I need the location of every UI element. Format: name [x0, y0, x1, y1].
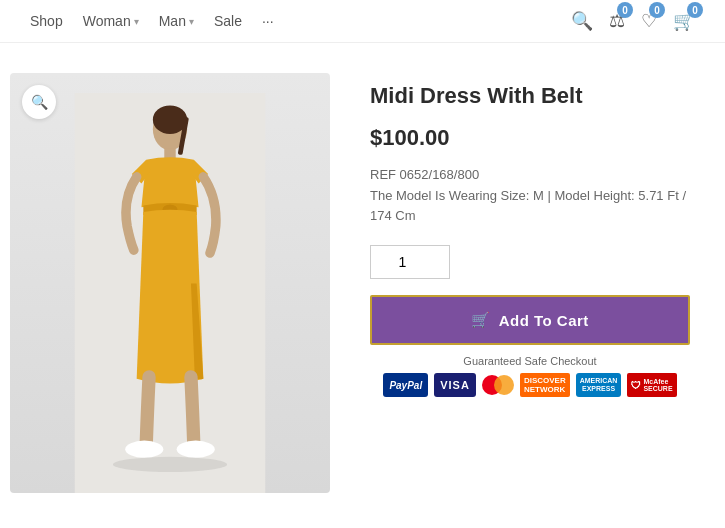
svg-point-7 — [125, 441, 163, 458]
guaranteed-text: Guaranteed Safe Checkout — [370, 355, 690, 367]
chevron-down-icon: ▾ — [134, 16, 139, 27]
product-model-info: The Model Is Wearing Size: M | Model Hei… — [370, 186, 695, 225]
mcafee-logo: 🛡 McAfeeSECURE — [627, 373, 676, 397]
main-nav: Shop Woman ▾ Man ▾ Sale ··· — [30, 13, 274, 29]
cart-icon: 🛒 — [471, 311, 491, 329]
product-ref: REF 0652/168/800 — [370, 167, 695, 182]
nav-item-shop[interactable]: Shop — [30, 13, 63, 29]
zoom-button[interactable]: 🔍 — [22, 85, 56, 119]
wishlist-badge: 0 — [649, 2, 665, 18]
payment-logos: PayPal VISA DISCOVERNETWORK AMERICANEXPR… — [370, 373, 690, 397]
svg-point-9 — [113, 457, 227, 472]
compare-badge: 0 — [617, 2, 633, 18]
add-to-cart-label: Add To Cart — [499, 312, 589, 329]
main-content: 🔍 — [0, 43, 725, 523]
product-price: $100.00 — [370, 125, 695, 151]
quantity-input[interactable] — [370, 245, 450, 279]
cart-badge: 0 — [687, 2, 703, 18]
chevron-down-icon: ▾ — [189, 16, 194, 27]
nav-item-sale[interactable]: Sale — [214, 13, 242, 29]
nav-item-woman[interactable]: Woman ▾ — [83, 13, 139, 29]
product-image — [10, 73, 330, 493]
search-icon[interactable]: 🔍 — [571, 10, 593, 32]
nav-item-more[interactable]: ··· — [262, 13, 274, 29]
nav-item-man[interactable]: Man ▾ — [159, 13, 194, 29]
checkout-section: Guaranteed Safe Checkout PayPal VISA DIS… — [370, 355, 690, 397]
paypal-logo: PayPal — [383, 373, 428, 397]
add-to-cart-button[interactable]: 🛒 Add To Cart — [370, 295, 690, 345]
product-image-container: 🔍 — [10, 73, 330, 493]
svg-point-8 — [177, 441, 215, 458]
svg-point-2 — [153, 105, 187, 134]
header: Shop Woman ▾ Man ▾ Sale ··· 🔍 ⚖ 0 ♡ 0 🛒 … — [0, 0, 725, 43]
compare-icon[interactable]: ⚖ 0 — [609, 10, 625, 32]
wishlist-icon[interactable]: ♡ 0 — [641, 10, 657, 32]
product-title: Midi Dress With Belt — [370, 83, 695, 109]
cart-icon[interactable]: 🛒 0 — [673, 10, 695, 32]
mastercard-logo — [482, 375, 514, 395]
visa-logo: VISA — [434, 373, 476, 397]
product-details: Midi Dress With Belt $100.00 REF 0652/16… — [370, 73, 695, 493]
discover-logo: DISCOVERNETWORK — [520, 373, 570, 397]
header-icons: 🔍 ⚖ 0 ♡ 0 🛒 0 — [571, 10, 695, 32]
amex-logo: AMERICANEXPRESS — [576, 373, 622, 397]
